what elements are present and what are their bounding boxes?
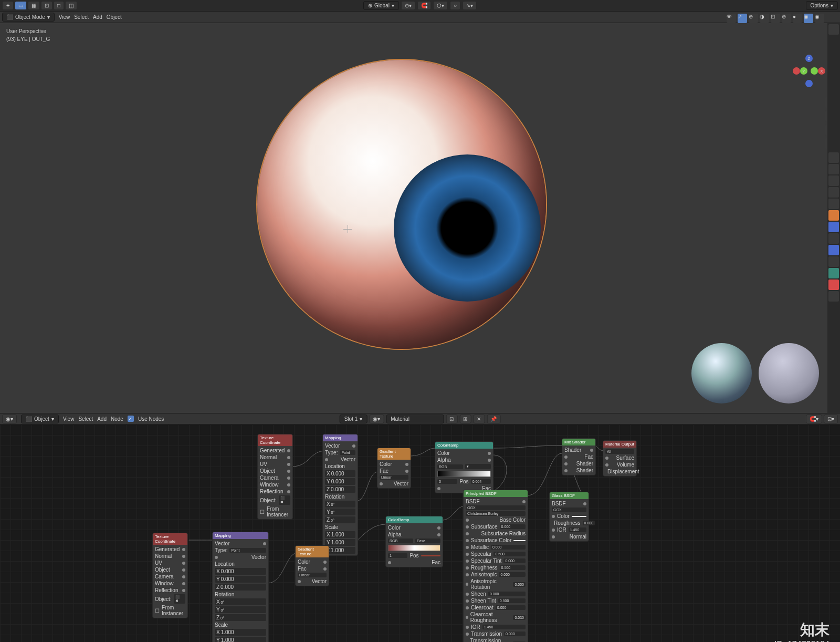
tab-physics-icon[interactable]	[828, 245, 839, 255]
material-delete-icon[interactable]: ✕	[473, 415, 485, 423]
node-menu-view[interactable]: View	[63, 416, 75, 422]
axis-neg-z-icon[interactable]	[805, 80, 813, 87]
slot-dropdown[interactable]: Slot 1 ▾	[340, 415, 368, 423]
material-name-field[interactable]: Material	[386, 415, 444, 423]
tab-world-icon[interactable]	[828, 199, 839, 209]
material-ball-icon[interactable]: ◉▾	[369, 415, 384, 423]
mode-dropdown[interactable]: ⬛ Object Mode ▾	[2, 13, 55, 22]
axis-neg-icon[interactable]	[793, 67, 800, 75]
node-title: Material Output	[603, 441, 636, 448]
node-material-output[interactable]: Material Output All Surface Volume Displ…	[603, 440, 637, 477]
node-editor[interactable]: Texture Coordinate Generated Normal UV O…	[0, 424, 840, 642]
node-menu-select[interactable]: Select	[78, 416, 93, 422]
pin-icon[interactable]: 📌	[487, 415, 500, 423]
node-title: Gradient Texture	[296, 546, 329, 557]
node-snap-icon[interactable]: 🧲▾	[806, 415, 822, 423]
node-mapping-1[interactable]: Mapping Vector Type:Point Vector Locatio…	[322, 434, 358, 556]
iris	[394, 154, 541, 302]
node-glass-bsdf[interactable]: Glass BSDF BSDF GGX Color Roughness0.000…	[549, 492, 589, 542]
menu-object[interactable]: Object	[107, 14, 122, 20]
axis-y-icon[interactable]: Y	[800, 67, 807, 75]
xray-icon[interactable]: ⊡	[771, 14, 780, 23]
gizmo-icon[interactable]: ⊕	[749, 14, 758, 23]
colorramp-gradient[interactable]	[437, 471, 491, 477]
tab-texture-icon[interactable]	[828, 291, 839, 302]
snap-face-icon[interactable]: ◫	[65, 1, 77, 10]
filter-icon[interactable]: 👁	[727, 14, 736, 23]
overlay-icon[interactable]: ◑	[760, 14, 769, 23]
tab-output-icon[interactable]	[828, 164, 839, 174]
hdri-preview-sphere	[691, 343, 752, 403]
node-title: Mix Shader	[562, 439, 595, 446]
shader-type-dropdown[interactable]: ⬛ Object ▾	[21, 415, 59, 423]
editor-type-icon[interactable]: ◉▾	[2, 415, 17, 423]
node-title: Mapping	[213, 532, 268, 539]
shading-wire-icon[interactable]: ⊚	[782, 14, 791, 23]
properties-tabs	[827, 23, 840, 413]
node-colorramp-1[interactable]: ColorRamp Color Alpha RGB▾ 0Pos0.064 Fac	[435, 441, 494, 493]
object-field[interactable]: ⬛ ✖	[279, 495, 290, 505]
shading-render-icon[interactable]: ◉	[815, 14, 824, 23]
grey-preview-sphere	[759, 343, 819, 403]
snap-grid-icon[interactable]: ▦	[28, 1, 40, 10]
navigation-gizmo[interactable]: Z Y X	[793, 55, 824, 86]
menu-add[interactable]: Add	[93, 14, 102, 20]
snap-type-icon[interactable]: ⬡▾	[433, 1, 448, 10]
tab-data-icon[interactable]	[828, 268, 839, 278]
colorramp-gradient[interactable]	[388, 545, 440, 551]
material-trash-icon[interactable]: ⊡	[446, 415, 457, 423]
proportional-type-icon[interactable]: ∿▾	[463, 1, 477, 10]
watermark-id: ID: 174738184	[774, 640, 830, 642]
tab-render-icon[interactable]	[828, 152, 839, 163]
tab-particle-icon[interactable]	[828, 233, 839, 244]
tab-modifier-icon[interactable]	[828, 222, 839, 232]
watermark-brand: 知末	[774, 620, 830, 640]
node-principled-bsdf[interactable]: Principled BSDF BSDF GGX Christensen-Bur…	[463, 490, 528, 642]
tab-constraint-icon[interactable]	[828, 256, 839, 267]
node-title: Mapping	[323, 434, 358, 441]
use-nodes-checkbox[interactable]: ✓	[128, 416, 134, 422]
options-dropdown[interactable]: Options ▾	[806, 1, 838, 10]
tab-object-icon[interactable]	[828, 210, 839, 221]
shading-material-icon[interactable]: ◉	[804, 14, 813, 23]
cursor-tool-icon[interactable]: ✦	[2, 1, 14, 10]
node-overlay-icon[interactable]: ⊡▾	[824, 415, 838, 423]
select-tool-icon[interactable]: ▭	[15, 1, 27, 10]
axis-z-icon[interactable]: Z	[805, 55, 813, 62]
tab-tool-icon[interactable]	[828, 24, 839, 35]
snap-vertex-icon[interactable]: ⊡	[41, 1, 52, 10]
node-gradient-texture-1[interactable]: Gradient Texture Color Fac Linear Vector	[377, 448, 411, 489]
shading-solid-icon[interactable]: ●	[793, 14, 802, 23]
tab-material-icon[interactable]	[828, 279, 839, 290]
viewport-header: ⬛ Object Mode ▾ View Select Add Object	[0, 12, 840, 23]
viewport-3d[interactable]: User Perspective (93) EYE | OUT_G Z Y X …	[0, 23, 840, 413]
node-mix-shader[interactable]: Mix Shader Shader Fac Shader Shader	[562, 438, 596, 475]
proportional-icon[interactable]: ○	[450, 1, 460, 10]
node-title: Texture Coordinate	[258, 434, 292, 446]
node-menu-add[interactable]: Add	[97, 416, 107, 422]
perspective-label: User Perspective	[6, 27, 50, 35]
node-menu-node[interactable]: Node	[111, 416, 123, 422]
node-mapping-2[interactable]: Mapping Vector Type:Point Vector Locatio…	[212, 532, 269, 642]
node-title: ColorRamp	[435, 442, 493, 449]
orientation-dropdown[interactable]: ⊕ Global ▾	[363, 1, 399, 10]
node-title: ColorRamp	[386, 516, 443, 523]
menu-select[interactable]: Select	[74, 14, 89, 20]
collection-label: (93) EYE | OUT_G	[6, 35, 50, 43]
node-texture-coordinate-2[interactable]: Texture Coordinate Generated Normal UV O…	[152, 533, 188, 618]
tab-view-icon[interactable]	[828, 175, 839, 186]
node-title: Gradient Texture	[377, 448, 411, 460]
node-gradient-texture-2[interactable]: Gradient Texture Color Fac Linear Vector	[295, 545, 329, 586]
pivot-icon[interactable]: ⊙▾	[401, 1, 415, 10]
axis-x-icon[interactable]: X	[818, 67, 825, 75]
overlay-toggle-icon[interactable]: ↗	[738, 14, 747, 23]
snap-edge-icon[interactable]: □	[54, 1, 64, 10]
node-texture-coordinate-1[interactable]: Texture Coordinate Generated Normal UV O…	[257, 434, 293, 520]
material-new-icon[interactable]: ⊞	[459, 415, 471, 423]
menu-view[interactable]: View	[59, 14, 70, 20]
eyeball-mesh[interactable]	[257, 60, 546, 349]
node-colorramp-2[interactable]: ColorRamp Color Alpha RGBEase 1Pos Fac	[385, 516, 443, 567]
axis-neg2-icon[interactable]	[811, 67, 818, 75]
snap-icon[interactable]: 🧲	[417, 1, 431, 10]
tab-scene-icon[interactable]	[828, 187, 839, 198]
